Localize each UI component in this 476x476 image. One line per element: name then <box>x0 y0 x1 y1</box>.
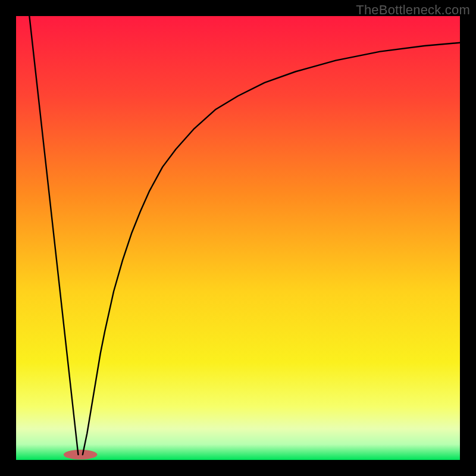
watermark-text: TheBottleneck.com <box>356 2 470 18</box>
bottleneck-marker <box>64 450 98 459</box>
chart-svg <box>16 16 460 460</box>
chart-frame: TheBottleneck.com <box>0 0 476 476</box>
plot-area <box>16 16 460 460</box>
gradient-background <box>16 16 460 460</box>
